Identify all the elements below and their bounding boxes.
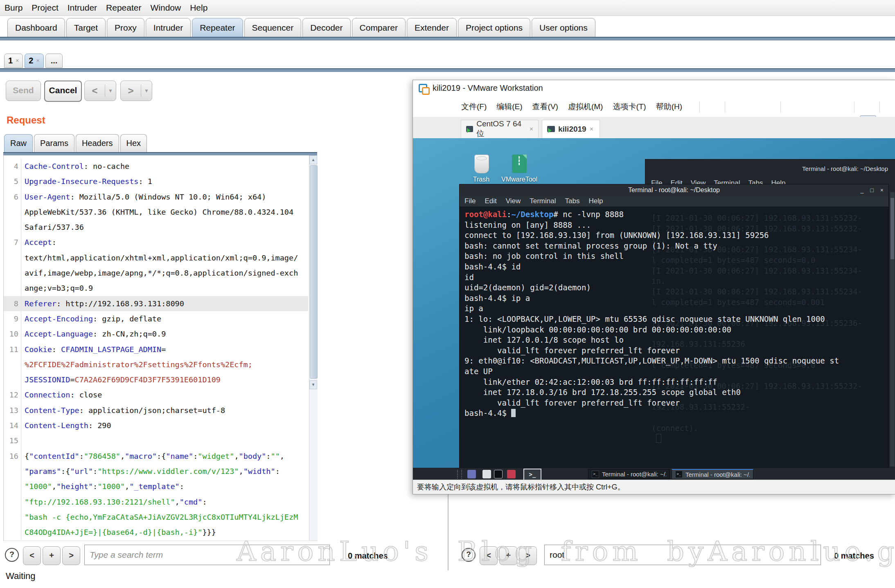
tab-intruder[interactable]: Intruder <box>146 18 191 37</box>
tab-project-options[interactable]: Project options <box>458 18 530 37</box>
terminal-content[interactable]: [I 2021-01-30 00:06:27] 192.168.93.131:5… <box>460 206 888 468</box>
search-add-button[interactable]: + <box>499 546 517 565</box>
search-prev-button[interactable]: < <box>480 546 498 565</box>
scroll-down-icon[interactable]: ▼ <box>309 380 317 389</box>
vmware-menu-f[interactable]: 文件(F) <box>461 101 487 112</box>
terminal-menu-edit[interactable]: Edit <box>485 197 496 205</box>
terminal-menu-tabs[interactable]: Tabs <box>565 197 580 205</box>
scroll-up-icon[interactable]: ▲ <box>309 155 317 164</box>
vmware-menu-t[interactable]: 选项卡(T) <box>613 101 646 112</box>
menu-item-intruder[interactable]: Intruder <box>63 0 101 15</box>
request-line: 9Accept-Encoding: gzip, deflate <box>4 311 308 326</box>
terminal-menu-file[interactable]: File <box>464 197 476 205</box>
editor-tab-raw[interactable]: Raw <box>4 134 33 152</box>
more-tabs-button[interactable]: ... <box>45 54 63 68</box>
search-help-icon[interactable]: ? <box>462 548 476 562</box>
tab-sequencer[interactable]: Sequencer <box>244 18 302 37</box>
taskbar-grip-icon[interactable] <box>457 470 462 478</box>
editor-tab-params[interactable]: Params <box>34 134 74 152</box>
vmware-menu-h[interactable]: 帮助(H) <box>656 101 682 112</box>
vmware-menu-v[interactable]: 查看(V) <box>532 101 558 112</box>
terminal-launcher-icon[interactable]: >_ <box>523 469 541 480</box>
vm-guest-display[interactable]: Trash VMwareTool s-10.3.10-1... Terminal… <box>413 138 895 480</box>
line-number: 12 <box>4 387 21 402</box>
vmware-tools-icon[interactable] <box>512 155 527 173</box>
scrollbar-thumb[interactable] <box>310 165 318 379</box>
taskbar-button-terminal[interactable]: >_Terminal - root@kali: ~/... <box>588 469 670 479</box>
menu-item-burp[interactable]: Burp <box>0 0 27 15</box>
repeater-tab-1[interactable]: 1× <box>4 54 23 68</box>
search-prev-button[interactable]: < <box>23 546 41 565</box>
tab-extender[interactable]: Extender <box>407 18 457 37</box>
line-number <box>4 357 21 372</box>
minimize-icon[interactable]: _ <box>861 184 864 196</box>
toolbar-separator <box>780 101 781 113</box>
close-tab-icon[interactable]: × <box>16 54 19 67</box>
trash-icon[interactable] <box>474 155 489 173</box>
line-number: 6 <box>4 189 21 204</box>
search-add-button[interactable]: + <box>43 546 61 565</box>
menu-item-repeater[interactable]: Repeater <box>101 0 146 15</box>
response-search-input[interactable] <box>544 545 821 565</box>
terminal-menu-terminal[interactable]: Terminal <box>530 197 556 205</box>
previous-request-button[interactable]: < ▼ <box>84 81 116 101</box>
background-terminal-scrollbar[interactable] <box>890 192 895 467</box>
request-line: 8Referer: http://192.168.93.131:8090 <box>4 296 308 311</box>
request-scrollbar[interactable]: ▲ ▼ <box>309 155 318 541</box>
terminal-menu-view[interactable]: View <box>506 197 521 205</box>
terminal-title-bar[interactable]: Terminal - root@kali: ~/Desktop _ □ × <box>460 184 888 196</box>
close-tab-icon[interactable]: × <box>590 126 593 133</box>
line-number <box>4 281 21 296</box>
chevron-down-icon[interactable]: ▼ <box>105 88 116 94</box>
taskbar-button-label: Terminal - root@kali: ~/... <box>685 471 750 478</box>
tab-dashboard[interactable]: Dashboard <box>7 18 65 37</box>
line-number <box>4 265 21 281</box>
menu-item-help[interactable]: Help <box>185 0 212 15</box>
sub-tab-underline <box>0 68 895 72</box>
vm-tab-centos-7-64[interactable]: CentOS 7 64 位× <box>461 120 539 138</box>
next-request-button[interactable]: > ▼ <box>120 81 152 101</box>
pane-divider[interactable] <box>448 494 449 570</box>
close-icon[interactable]: × <box>880 184 884 196</box>
tab-decoder[interactable]: Decoder <box>302 18 350 37</box>
app-grid-icon[interactable] <box>467 470 476 478</box>
tab-repeater[interactable]: Repeater <box>192 18 243 37</box>
media-app-icon[interactable] <box>507 470 516 478</box>
vmware-menu-e[interactable]: 编辑(E) <box>496 101 522 112</box>
menu-item-window[interactable]: Window <box>146 0 185 15</box>
terminal-menu-bar: FileEditViewTerminalTabsHelp <box>460 196 888 206</box>
send-button[interactable]: Send <box>6 81 41 101</box>
request-search-input[interactable] <box>84 545 330 565</box>
close-tab-icon[interactable]: × <box>36 54 39 67</box>
request-line: "1000","height":"1000","_template": <box>4 479 308 494</box>
close-tab-icon[interactable]: × <box>530 126 533 133</box>
vm-tab-kili2019[interactable]: kili2019× <box>542 120 600 138</box>
editor-tab-headers[interactable]: Headers <box>76 134 119 152</box>
vmware-logo-icon <box>419 84 428 94</box>
tab-comparer[interactable]: Comparer <box>352 18 406 37</box>
vmware-menu-m[interactable]: 虚拟机(M) <box>568 101 603 112</box>
request-editor[interactable]: 4Cache-Control: no-cache5Upgrade-Insecur… <box>3 155 318 541</box>
tab-user-options[interactable]: User options <box>532 18 595 37</box>
kali-taskbar: >_ >_Terminal - root@kali: ~/...>_Termin… <box>413 468 895 480</box>
tab-target[interactable]: Target <box>66 18 106 37</box>
taskbar-button-terminal[interactable]: >_Terminal - root@kali: ~/... <box>672 469 753 479</box>
search-next-button[interactable]: > <box>62 546 80 565</box>
vmware-title-bar[interactable]: kili2019 - VMware Workstation <box>413 80 895 97</box>
menu-item-project[interactable]: Project <box>27 0 63 15</box>
search-help-icon[interactable]: ? <box>5 548 19 562</box>
taskbar-button-label: Terminal - root@kali: ~/... <box>602 471 666 478</box>
line-number: 10 <box>4 326 21 341</box>
repeater-tab-2[interactable]: 2× <box>25 54 43 68</box>
terminal-app-icon[interactable] <box>494 470 503 478</box>
chevron-down-icon[interactable]: ▼ <box>141 88 152 94</box>
line-number: 16 <box>4 449 21 464</box>
terminal-menu-help[interactable]: Help <box>588 197 603 205</box>
maximize-icon[interactable]: □ <box>870 184 873 196</box>
terminal-window[interactable]: Terminal - root@kali: ~/Desktop _ □ × Fi… <box>459 184 889 468</box>
cancel-button[interactable]: Cancel <box>44 81 82 102</box>
tab-proxy[interactable]: Proxy <box>107 18 144 37</box>
search-next-button[interactable]: > <box>519 546 537 565</box>
editor-tab-hex[interactable]: Hex <box>120 134 147 152</box>
file-manager-icon[interactable] <box>482 470 491 478</box>
